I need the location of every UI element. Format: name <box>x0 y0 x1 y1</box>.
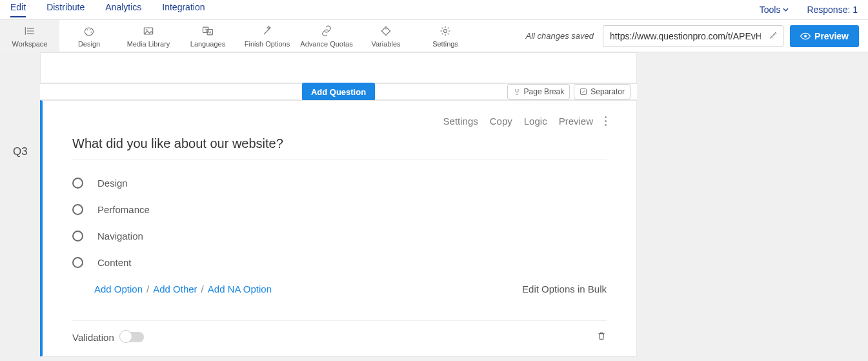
svg-point-3 <box>91 31 92 32</box>
q-action-preview[interactable]: Preview <box>559 116 593 127</box>
workspace-icon <box>23 25 37 37</box>
editor-canvas: Add Question Page Break Separator Q3 Set… <box>0 52 868 361</box>
svg-point-11 <box>444 29 447 32</box>
translate-icon: 文A <box>201 25 215 37</box>
survey-url-wrap <box>603 25 783 47</box>
option-label[interactable]: Perfomance <box>97 204 150 215</box>
tool-label: Design <box>78 40 100 48</box>
svg-text:A: A <box>209 30 212 34</box>
eye-icon <box>800 32 811 40</box>
link-icon <box>319 25 334 37</box>
q-action-settings[interactable]: Settings <box>443 116 478 127</box>
svg-point-5 <box>146 29 147 30</box>
page-break-icon <box>513 88 521 96</box>
tool-label: Languages <box>190 40 225 48</box>
tools-dropdown[interactable]: Tools <box>760 5 789 15</box>
question-title[interactable]: What did you like about our website? <box>72 136 607 160</box>
more-icon[interactable] <box>605 115 607 127</box>
preview-button[interactable]: Preview <box>790 25 859 47</box>
svg-point-2 <box>90 28 91 30</box>
svg-point-1 <box>87 29 88 30</box>
separator-slash: / <box>201 284 204 294</box>
save-status: All changes saved <box>526 31 594 41</box>
palette-icon <box>82 25 96 37</box>
tool-label: Settings <box>432 40 458 48</box>
tool-label: Variables <box>371 40 400 48</box>
card-footer: Validation <box>72 320 607 344</box>
tool-label: Finish Options <box>245 40 290 48</box>
toolbar: Workspace Design Media Library 文A Langua… <box>0 20 868 52</box>
preview-label: Preview <box>814 31 849 41</box>
top-nav-right: Tools Response: 1 <box>760 5 858 15</box>
tab-distribute[interactable]: Distribute <box>46 2 85 17</box>
separator-button[interactable]: Separator <box>574 84 631 99</box>
radio-icon[interactable] <box>72 231 83 242</box>
separator-label: Separator <box>590 87 625 96</box>
tool-settings[interactable]: Settings <box>416 20 475 52</box>
tool-finish-options[interactable]: Finish Options <box>237 20 297 52</box>
page-block-placeholder <box>40 52 637 83</box>
separator-slash: / <box>146 284 149 294</box>
add-option-link[interactable]: Add Option <box>94 284 143 294</box>
checkbox-icon <box>580 88 587 96</box>
image-icon <box>141 25 156 37</box>
edit-bulk-link[interactable]: Edit Options in Bulk <box>522 284 607 294</box>
radio-icon[interactable] <box>72 204 83 215</box>
tool-workspace[interactable]: Workspace <box>0 20 59 52</box>
option-label[interactable]: Design <box>97 178 128 189</box>
insert-bar: Add Question Page Break Separator <box>40 83 637 100</box>
toggle-knob <box>119 330 132 343</box>
radio-icon[interactable] <box>72 178 83 189</box>
tool-media-library[interactable]: Media Library <box>119 20 178 52</box>
pencil-icon[interactable] <box>769 30 778 42</box>
svg-point-12 <box>804 35 807 37</box>
option-label[interactable]: Navigation <box>97 231 143 242</box>
option-actions: Add Option / Add Other / Add NA Option E… <box>72 284 607 294</box>
q-action-logic[interactable]: Logic <box>524 116 547 127</box>
add-question-button[interactable]: Add Question <box>302 83 375 101</box>
caret-down-icon <box>783 8 789 12</box>
tool-label: Workspace <box>12 40 48 48</box>
tool-label: Advance Quotas <box>300 40 352 48</box>
option-row[interactable]: Design <box>72 178 607 189</box>
gear-icon <box>438 25 452 37</box>
survey-url-input[interactable] <box>603 25 783 47</box>
q-action-copy[interactable]: Copy <box>490 116 512 127</box>
tool-label: Media Library <box>127 40 170 48</box>
tab-edit[interactable]: Edit <box>10 2 26 17</box>
tool-variables[interactable]: Variables <box>356 20 416 52</box>
trash-icon[interactable] <box>596 330 607 344</box>
tab-integration[interactable]: Integration <box>162 2 205 17</box>
add-na-link[interactable]: Add NA Option <box>208 284 272 294</box>
option-label[interactable]: Content <box>97 257 132 268</box>
tools-label: Tools <box>760 5 781 15</box>
question-card: Settings Copy Logic Preview What did you… <box>40 100 637 356</box>
svg-text:文: 文 <box>205 27 208 32</box>
validation-toggle[interactable] <box>121 332 144 342</box>
svg-point-10 <box>385 28 387 29</box>
page-break-button[interactable]: Page Break <box>507 84 570 99</box>
add-other-link[interactable]: Add Other <box>153 284 197 294</box>
svg-point-0 <box>85 28 93 36</box>
question-actions: Settings Copy Logic Preview <box>72 115 607 127</box>
tab-analytics[interactable]: Analytics <box>105 2 141 17</box>
option-row[interactable]: Content <box>72 257 607 268</box>
question-number: Q3 <box>13 145 28 158</box>
tool-design[interactable]: Design <box>59 20 119 52</box>
top-nav: Edit Distribute Analytics Integration To… <box>0 0 868 20</box>
option-row[interactable]: Navigation <box>72 231 607 242</box>
insert-bar-right: Page Break Separator <box>507 84 631 99</box>
tool-advance-quotas[interactable]: Advance Quotas <box>297 20 356 52</box>
page-break-label: Page Break <box>524 87 565 96</box>
tag-icon <box>379 25 393 37</box>
top-nav-left: Edit Distribute Analytics Integration <box>10 2 205 17</box>
option-row[interactable]: Perfomance <box>72 204 607 215</box>
validation-label: Validation <box>72 332 114 343</box>
response-count[interactable]: Response: 1 <box>807 5 858 15</box>
radio-icon[interactable] <box>72 257 83 268</box>
magic-wand-icon <box>260 25 274 37</box>
tool-languages[interactable]: 文A Languages <box>178 20 237 52</box>
